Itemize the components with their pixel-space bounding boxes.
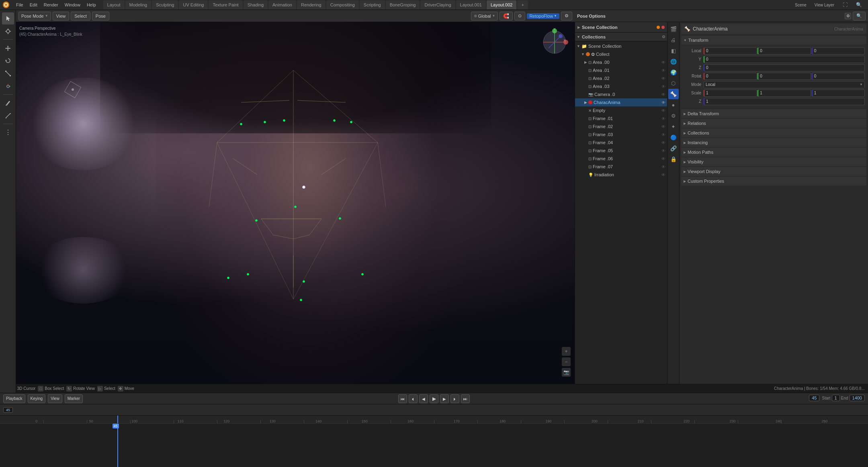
prop-scene-icon[interactable]: 🌐 xyxy=(668,56,679,67)
tool-select[interactable] xyxy=(2,12,14,24)
marker-btn[interactable]: Marker xyxy=(65,394,83,403)
y-field[interactable]: 0 xyxy=(704,56,865,63)
motion-paths-section[interactable]: ▶ Motion Paths xyxy=(681,148,866,157)
custom-properties-section[interactable]: ▶ Custom Properties xyxy=(681,177,866,186)
menu-help[interactable]: Help xyxy=(84,0,99,10)
tool-transform[interactable] xyxy=(2,80,14,92)
menu-window[interactable]: Window xyxy=(61,0,84,10)
collection-frame02[interactable]: ▶ ⊡ Frame .02 👁 xyxy=(575,122,667,131)
jump-start-btn[interactable]: ⏮ xyxy=(398,394,407,403)
tab-layout[interactable]: Layout xyxy=(103,0,125,9)
collection-frame06[interactable]: ▶ ⊡ Frame .06 👁 xyxy=(575,155,667,163)
viewport-camera[interactable]: 📷 xyxy=(562,368,571,377)
jump-end-btn[interactable]: ⏭ xyxy=(461,394,470,403)
prop-render-icon[interactable]: 🎬 xyxy=(668,24,679,34)
tool-scale[interactable] xyxy=(2,67,14,80)
tool-rotate[interactable] xyxy=(2,55,14,67)
prop-viewlayer-icon[interactable]: ◧ xyxy=(668,45,679,56)
rotation-y[interactable]: 0 xyxy=(757,73,811,80)
prop-physics-icon[interactable]: 🔵 xyxy=(668,132,679,143)
rotation-z[interactable]: 0 xyxy=(812,73,865,80)
collection-area03[interactable]: ▶ ⊡ Area .03 👁 xyxy=(575,82,667,90)
prop-particles-icon[interactable]: ✦ xyxy=(668,121,679,132)
tab-layout001[interactable]: Layout.001 xyxy=(456,0,486,9)
viewport-display-section[interactable]: ▶ Viewport Display xyxy=(681,167,866,176)
step-forward-btn[interactable]: ▶ xyxy=(440,394,449,403)
relations-section[interactable]: ▶ Relations xyxy=(681,119,866,128)
prop-modifier-icon[interactable]: ⚙ xyxy=(668,110,679,121)
tab-uv-editing[interactable]: UV Editing xyxy=(179,0,208,9)
viewport-zoom-in[interactable]: + xyxy=(562,347,571,356)
location-y[interactable]: 0 xyxy=(757,47,811,55)
instancing-section[interactable]: ▶ Instancing xyxy=(681,138,866,147)
tab-rendering[interactable]: Rendering xyxy=(297,0,326,9)
collection-empty[interactable]: ▶ ✕ Empty 👁 xyxy=(575,106,667,114)
collection-frame07[interactable]: ▶ ⊡ Frame .07 👁 xyxy=(575,163,667,171)
tab-driverclaying[interactable]: DriverClaying xyxy=(420,0,455,9)
visibility-section[interactable]: ▶ Visibility xyxy=(681,157,866,166)
delta-transform-section[interactable]: ▶ Delta Transform xyxy=(681,109,866,118)
retopoflow-label[interactable]: RetopoFlow ▼ xyxy=(527,13,559,19)
tab-texture-paint[interactable]: Texture Paint xyxy=(209,0,242,9)
collection-area01[interactable]: ▶ ⊡ Area .01 👁 xyxy=(575,66,667,74)
location-x[interactable]: 0 xyxy=(704,47,757,55)
prop-objectdata-icon[interactable]: 🦴 xyxy=(668,89,679,99)
scale-z-field[interactable]: 1 xyxy=(704,98,865,105)
step-back-btn[interactable]: ◀ xyxy=(419,394,428,403)
tab-bonegroping[interactable]: BoneGroping xyxy=(386,0,420,9)
rotation-x[interactable]: 0 xyxy=(704,73,757,80)
view-btn[interactable]: View xyxy=(53,12,70,20)
fullscreen-btn[interactable]: ⛶ xyxy=(839,0,851,11)
search-right[interactable]: 🔍 xyxy=(853,12,866,20)
z-field[interactable]: 0 xyxy=(704,64,865,71)
collection-irradiation[interactable]: ▶ 💡 Irradiation 👁 xyxy=(575,171,667,179)
transform-section-header[interactable]: ▼ Transform xyxy=(681,36,866,45)
status-move[interactable]: ✥ Move xyxy=(118,386,134,392)
collection-frame01[interactable]: ▶ ⊡ Frame .01 👁 xyxy=(575,114,667,122)
tool-measure[interactable] xyxy=(2,110,14,122)
end-frame-display[interactable]: 1400 xyxy=(850,395,865,401)
scale-x[interactable]: 1 xyxy=(704,90,757,97)
prop-material-icon[interactable]: ● xyxy=(668,100,679,110)
prop-objectconstraints-icon[interactable]: 🔒 xyxy=(668,154,679,164)
select-btn[interactable]: Select xyxy=(71,12,90,20)
snap-btn[interactable]: 🧲 xyxy=(500,12,513,20)
playback-btn[interactable]: Playback xyxy=(3,394,25,403)
collections-section[interactable]: ▶ Collections xyxy=(681,128,866,137)
panel-options-btn[interactable]: ⚙ xyxy=(845,13,851,19)
tab-sculpting[interactable]: Sculpting xyxy=(152,0,178,9)
mode-select[interactable]: Local ▼ xyxy=(704,81,865,88)
collection-frame03[interactable]: ▶ ⊡ Frame .03 👁 xyxy=(575,131,667,139)
filter-collections-btn[interactable]: ⚙ xyxy=(662,35,665,39)
view-btn[interactable]: View xyxy=(48,394,62,403)
scale-z[interactable]: 1 xyxy=(812,90,865,97)
prop-output-icon[interactable]: 🖨 xyxy=(668,35,679,45)
start-frame-display[interactable]: 1 xyxy=(832,395,840,401)
collection-area00[interactable]: ▶ ⊡ Area .00 👁 xyxy=(575,58,667,66)
tab-add[interactable]: + xyxy=(517,0,528,9)
prev-keyframe-btn[interactable]: ⏴ xyxy=(409,394,418,403)
tab-animation[interactable]: Animation xyxy=(268,0,296,9)
tab-shading[interactable]: Shading xyxy=(244,0,268,9)
scale-y[interactable]: 1 xyxy=(757,90,811,97)
blender-logo[interactable] xyxy=(2,0,10,9)
collection-collect[interactable]: ▼ ✿ Collect xyxy=(575,50,667,58)
tool-cursor[interactable] xyxy=(2,25,14,37)
tab-modeling[interactable]: Modeling xyxy=(125,0,151,9)
collection-frame05[interactable]: ▶ ⊡ Frame .05 👁 xyxy=(575,147,667,155)
menu-file[interactable]: File xyxy=(13,0,27,10)
current-frame-display[interactable]: 45 xyxy=(809,395,819,401)
collection-camera[interactable]: ▶ 📷 Camera .0 👁 xyxy=(575,90,667,98)
proportional-btn[interactable]: ⊙ xyxy=(514,12,525,20)
tab-compositing[interactable]: Compositing xyxy=(326,0,359,9)
collection-frame04[interactable]: ▶ ⊡ Frame .04 👁 xyxy=(575,139,667,147)
prop-world-icon[interactable]: 🌍 xyxy=(668,67,679,77)
status-box-select[interactable]: □ Box Select xyxy=(38,386,64,392)
tab-layout002[interactable]: Layout.002 xyxy=(487,0,516,9)
collection-root[interactable]: ▼ 📁 Scene Collection xyxy=(575,42,667,50)
prop-object-icon[interactable]: ⬡ xyxy=(668,78,679,88)
transform-dropdown[interactable]: ⊕ Global ▼ xyxy=(471,12,498,20)
tool-extras[interactable]: ⋮ xyxy=(2,126,14,138)
next-keyframe-btn[interactable]: ⏵ xyxy=(450,394,459,403)
frame-top-display[interactable]: 45 xyxy=(3,407,13,413)
